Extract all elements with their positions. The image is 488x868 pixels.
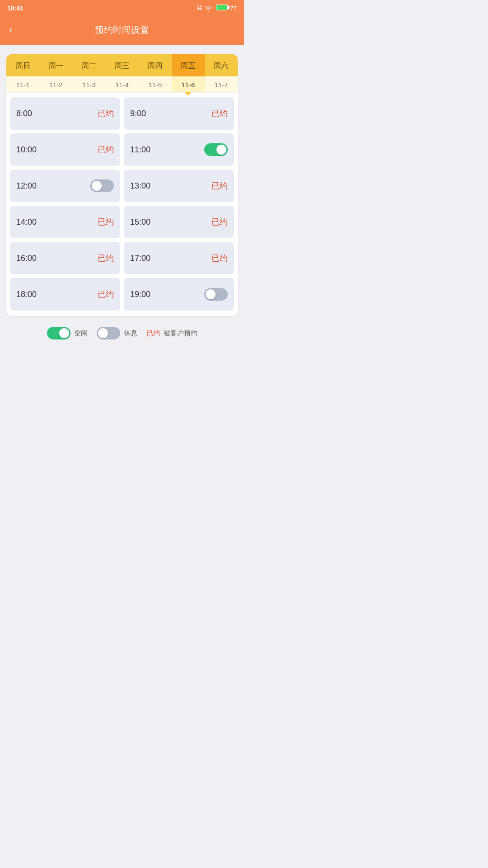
time-slot-1800[interactable]: 18:00已约 [10, 278, 120, 311]
slot-status-label: 已约 [98, 289, 114, 300]
week-cell-周一[interactable]: 周一 [39, 54, 72, 76]
date-cell-11-4[interactable]: 11-4 [105, 76, 138, 92]
time-slot-1400[interactable]: 14:00已约 [10, 206, 120, 238]
time-slot-900[interactable]: 9:00已约 [124, 97, 234, 130]
week-cell-周六[interactable]: 周六 [205, 54, 238, 76]
time-slot-800[interactable]: 8:00已约 [10, 97, 120, 130]
slot-status-label: 已约 [98, 144, 114, 155]
battery-level: 77 [230, 5, 237, 12]
date-cell-11-7[interactable]: 11-7 [205, 76, 238, 92]
date-cell-11-6[interactable]: 11-6 [172, 76, 205, 92]
slot-time-label: 17:00 [130, 254, 150, 263]
time-slot-1100[interactable]: 11:00 [124, 133, 234, 166]
legend-free-label: 空闲 [74, 329, 88, 338]
week-cell-周五[interactable]: 周五 [172, 54, 205, 76]
slot-time-label: 9:00 [130, 109, 146, 118]
slot-time-label: 8:00 [16, 109, 32, 118]
wifi-icon: ⌘ [197, 5, 213, 12]
date-header: 11-111-211-311-411-511-611-7 [6, 76, 238, 93]
slot-status-label: 已约 [98, 253, 114, 264]
slot-time-label: 19:00 [130, 290, 150, 299]
week-cell-周日[interactable]: 周日 [6, 54, 39, 76]
time-slot-1000[interactable]: 10:00已约 [10, 133, 120, 166]
legend-rest-label: 休息 [124, 329, 137, 338]
legend-rest-toggle [97, 327, 120, 340]
status-bar: 10:41 ⌘ 77 [0, 0, 244, 16]
slot-time-label: 12:00 [16, 181, 37, 191]
time-slots-grid: 8:00已约9:00已约10:00已约11:0012:0013:00已约14:0… [6, 93, 238, 316]
date-cell-11-2[interactable]: 11-2 [39, 76, 72, 92]
time-slot-1300[interactable]: 13:00已约 [124, 170, 234, 202]
time-slot-1900[interactable]: 19:00 [124, 278, 234, 311]
status-icons: ⌘ 77 [197, 5, 237, 12]
slot-time-label: 16:00 [16, 254, 37, 263]
date-cell-11-5[interactable]: 11-5 [139, 76, 172, 92]
page-title: 预约时间设置 [95, 24, 149, 36]
week-cell-周四[interactable]: 周四 [139, 54, 172, 76]
legend-free-toggle [47, 327, 70, 340]
slot-time-label: 15:00 [130, 217, 150, 227]
legend: 空闲 休息 已约 被客户预约 [6, 324, 238, 341]
week-header: 周日周一周二周三周四周五周六 [6, 54, 238, 76]
calendar-box: 周日周一周二周三周四周五周六 11-111-211-311-411-511-61… [6, 54, 238, 316]
legend-booked-desc: 被客户预约 [164, 329, 197, 338]
battery-icon [216, 5, 228, 12]
week-cell-周三[interactable]: 周三 [105, 54, 138, 76]
slot-status-label: 已约 [211, 180, 228, 191]
slot-toggle-1200[interactable] [90, 179, 114, 192]
slot-status-label: 已约 [98, 217, 114, 227]
status-time: 10:41 [7, 5, 23, 12]
time-slot-1200[interactable]: 12:00 [10, 170, 120, 202]
date-cell-11-3[interactable]: 11-3 [72, 76, 105, 92]
legend-booked: 已约 被客户预约 [146, 329, 197, 338]
slot-time-label: 18:00 [16, 290, 37, 299]
slot-time-label: 11:00 [130, 145, 150, 155]
legend-free: 空闲 [47, 327, 88, 340]
slot-toggle-1100[interactable] [204, 143, 228, 156]
slot-time-label: 10:00 [16, 145, 37, 155]
main-content: 周日周一周二周三周四周五周六 11-111-211-311-411-511-61… [0, 45, 244, 350]
time-slot-1600[interactable]: 16:00已约 [10, 242, 120, 274]
week-cell-周二[interactable]: 周二 [72, 54, 105, 76]
slot-status-label: 已约 [98, 108, 114, 119]
legend-rest: 休息 [97, 327, 137, 340]
slot-toggle-1900[interactable] [204, 288, 228, 301]
slot-status-label: 已约 [211, 108, 228, 119]
slot-time-label: 13:00 [130, 181, 150, 191]
page-header: ‹ 预约时间设置 [0, 16, 244, 45]
slot-status-label: 已约 [211, 253, 228, 264]
time-slot-1700[interactable]: 17:00已约 [124, 242, 234, 274]
slot-time-label: 14:00 [16, 217, 37, 227]
legend-booked-status: 已约 [146, 329, 160, 338]
time-slot-1500[interactable]: 15:00已约 [124, 206, 234, 238]
back-button[interactable]: ‹ [9, 22, 16, 38]
date-cell-11-1[interactable]: 11-1 [6, 76, 39, 92]
slot-status-label: 已约 [211, 217, 228, 227]
